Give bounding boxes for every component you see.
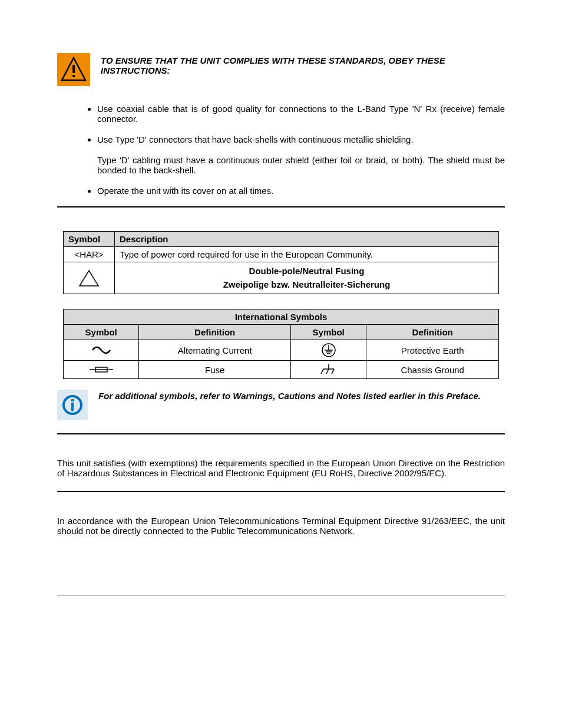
fusing-line1: Double-pole/Neutral Fusing xyxy=(249,266,365,276)
ac-symbol-icon xyxy=(64,340,139,361)
list-item-subtext: Type 'D' cabling must have a continuous … xyxy=(97,155,505,175)
list-item: Use coaxial cable that is of good qualit… xyxy=(97,104,505,124)
description-cell: Double-pole/Neutral Fusing Zweipolige bz… xyxy=(115,262,499,294)
warning-block: TO ENSURE THAT THE UNIT COMPLIES WITH TH… xyxy=(51,53,511,86)
svg-rect-1 xyxy=(72,65,75,73)
warning-icon xyxy=(57,53,90,86)
symbol-description-table: Symbol Description <HAR> Type of power c… xyxy=(63,231,499,294)
svg-rect-2 xyxy=(72,75,75,77)
divider xyxy=(57,206,505,207)
triangle-symbol-icon xyxy=(64,262,115,294)
table-header: Symbol xyxy=(64,325,139,340)
table-row: Double-pole/Neutral Fusing Zweipolige bz… xyxy=(64,262,499,294)
table-row: <HAR> Type of power cord required for us… xyxy=(64,247,499,262)
paragraph: In accordance with the European Union Te… xyxy=(57,516,505,536)
table-header: Definition xyxy=(139,325,291,340)
instruction-list: Use coaxial cable that is of good qualit… xyxy=(57,104,505,196)
definition-cell: Fuse xyxy=(139,361,291,379)
svg-rect-19 xyxy=(71,399,74,401)
svg-marker-3 xyxy=(80,271,98,286)
table-title: International Symbols xyxy=(64,309,499,325)
description-cell: Type of power cord required for use in t… xyxy=(115,247,499,262)
list-item-text: Use Type 'D' connectors that have back-s… xyxy=(97,134,414,144)
table-header: Definition xyxy=(366,325,499,340)
definition-cell: Protective Earth xyxy=(366,340,499,361)
paragraph: This unit satisfies (with exemptions) th… xyxy=(57,458,505,478)
definition-cell: Chassis Ground xyxy=(366,361,499,379)
protective-earth-symbol-icon xyxy=(291,340,366,361)
list-item: Operate the unit with its cover on at al… xyxy=(97,186,505,196)
table-row: Fuse Chassis Ground xyxy=(64,361,499,379)
international-symbols-table: International Symbols Symbol Definition … xyxy=(63,309,499,379)
table-header: Symbol xyxy=(291,325,366,340)
list-item: Use Type 'D' connectors that have back-s… xyxy=(97,134,505,175)
fuse-symbol-icon xyxy=(64,361,139,379)
definition-cell: Alternating Current xyxy=(139,340,291,361)
table-header: Symbol xyxy=(64,232,115,247)
info-block: For additional symbols, refer to Warning… xyxy=(57,390,505,420)
info-icon xyxy=(57,390,88,420)
list-item-text: Use coaxial cable that is of good qualit… xyxy=(97,104,505,124)
list-item-text: Operate the unit with its cover on at al… xyxy=(97,186,273,196)
svg-line-15 xyxy=(321,369,323,374)
divider xyxy=(57,491,505,492)
symbol-cell: <HAR> xyxy=(64,247,115,262)
chassis-ground-symbol-icon xyxy=(291,361,366,379)
divider xyxy=(57,433,505,434)
fusing-line2: Zweipolige bzw. Neutralleiter-Sicherung xyxy=(223,279,391,289)
table-row: Alternating Current Protective Earth xyxy=(64,340,499,361)
page-content: TO ENSURE THAT THE UNIT COMPLIES WITH TH… xyxy=(51,0,511,619)
table-header: Description xyxy=(115,232,499,247)
svg-line-16 xyxy=(326,369,329,374)
footer-divider xyxy=(57,595,505,595)
info-text: For additional symbols, refer to Warning… xyxy=(98,390,481,401)
svg-rect-20 xyxy=(71,403,74,411)
warning-text: TO ENSURE THAT THE UNIT COMPLIES WITH TH… xyxy=(101,53,505,75)
svg-line-17 xyxy=(332,369,334,374)
